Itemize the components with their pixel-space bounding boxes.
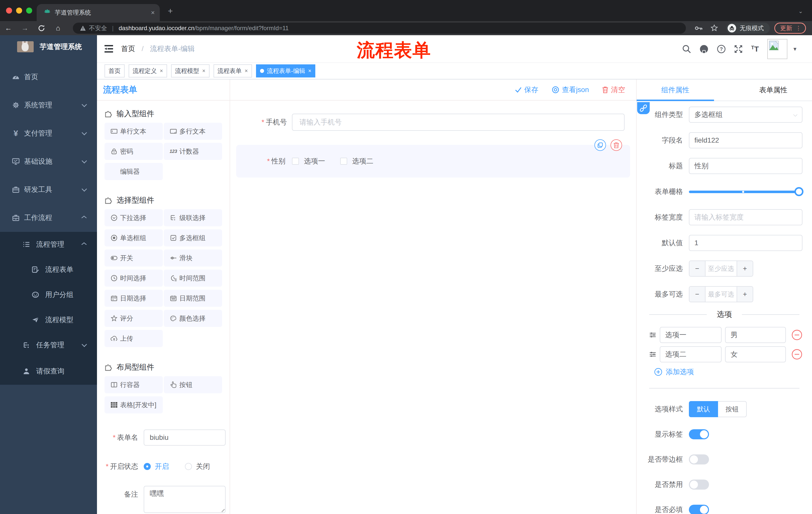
component-upload[interactable]: 上传 [105, 330, 163, 347]
sidebar-item-payment[interactable]: ¥ 支付管理 ▼ [0, 119, 97, 147]
address-bar[interactable]: 不安全 | dashboard.yudao.iocoder.cn/bpm/man… [73, 23, 686, 34]
style-default-button[interactable]: 默认 [689, 401, 718, 417]
close-window-button[interactable] [6, 7, 12, 13]
sidebar-item-process-mgmt[interactable]: 流程管理 ▼ [0, 232, 97, 257]
sidebar-item-leave-query[interactable]: 请假查询 [0, 358, 97, 385]
drag-handle-icon[interactable] [649, 332, 656, 338]
sidebar-item-process-form[interactable]: 流程表单 [0, 257, 97, 282]
tag-close-icon[interactable]: × [202, 67, 205, 74]
traffic-lights[interactable] [6, 7, 32, 13]
bookmark-star-icon[interactable] [710, 24, 718, 32]
resize-grip[interactable] [219, 507, 225, 513]
grid-slider[interactable] [689, 184, 803, 200]
title-input[interactable]: 性别 [689, 158, 803, 174]
sidebar-item-task-mgmt[interactable]: 任务管理 ▼ [0, 332, 97, 358]
tag-process-model[interactable]: 流程模型× [171, 64, 209, 77]
phone-input[interactable]: 请输入手机号 [292, 114, 625, 131]
component-date-range[interactable]: 日期范围 [164, 290, 222, 307]
phone-field[interactable]: *手机号 请输入手机号 [230, 114, 625, 131]
tag-process-def[interactable]: 流程定义× [128, 64, 167, 77]
remove-option-button[interactable] [791, 329, 803, 341]
tag-close-icon[interactable]: × [245, 67, 248, 74]
component-checkbox-group[interactable]: 多选框组 [164, 229, 222, 246]
plus-button[interactable]: + [737, 261, 753, 276]
component-slider[interactable]: 滑块 [164, 249, 222, 267]
sidebar-item-user-group[interactable]: 用户分组 [0, 282, 97, 307]
sidebar-item-system[interactable]: 系统管理 ▼ [0, 91, 97, 119]
add-option-button[interactable]: 添加选项 [654, 366, 803, 378]
sidebar-item-home[interactable]: 首页 [0, 63, 97, 91]
remove-option-button[interactable] [791, 349, 803, 360]
new-tab-button[interactable]: + [168, 6, 173, 15]
save-button[interactable]: 保存 [515, 85, 539, 94]
min-stepper[interactable]: −至少应选+ [689, 261, 753, 277]
component-table[interactable]: 表格[开发中] [105, 396, 163, 413]
update-button[interactable]: 更新 ⋮ [774, 23, 806, 34]
tag-process-form[interactable]: 流程表单× [213, 64, 252, 77]
sidebar-item-process-model[interactable]: 流程模型 [0, 307, 97, 332]
forward-icon[interactable]: → [17, 24, 33, 32]
gender-option2-checkbox[interactable]: 选项二 [340, 156, 373, 166]
disabled-switch[interactable] [689, 480, 709, 490]
breadcrumb-home[interactable]: 首页 [121, 45, 135, 53]
style-button-button[interactable]: 按钮 [718, 401, 747, 417]
browser-tab[interactable]: 芋道管理系统 × [37, 4, 160, 21]
component-time-picker[interactable]: 时间选择 [105, 270, 163, 287]
fullscreen-icon[interactable] [734, 45, 743, 53]
component-cascader[interactable]: 级联选择 [164, 209, 222, 226]
tag-close-icon[interactable]: × [160, 67, 163, 74]
component-single-text[interactable]: 单行文本 [105, 123, 163, 140]
view-json-button[interactable]: 查看json [551, 85, 589, 94]
drag-handle-icon[interactable] [649, 351, 656, 357]
security-label[interactable]: 不安全 [89, 24, 107, 32]
copy-field-button[interactable] [594, 139, 606, 151]
font-size-icon[interactable]: TT [751, 45, 759, 53]
default-value-input[interactable]: 1 [689, 235, 803, 251]
browser-menu-icon[interactable]: ⋮ [796, 26, 801, 31]
component-select[interactable]: 下拉选择 [105, 209, 163, 226]
tab-component-props[interactable]: 组件属性 [661, 79, 689, 101]
status-radio-off[interactable]: 关闭 [185, 462, 210, 471]
password-key-icon[interactable] [695, 26, 702, 30]
plus-button[interactable]: + [737, 287, 753, 302]
component-row-container[interactable]: 行容器 [105, 376, 163, 393]
sidebar-item-workflow[interactable]: 工作流程 ▼ [0, 204, 97, 232]
reload-icon[interactable] [33, 25, 50, 32]
sidebar-item-devtools[interactable]: 研发工具 ▼ [0, 175, 97, 204]
max-stepper[interactable]: −最多可选+ [689, 286, 753, 302]
component-time-range[interactable]: 时间范围 [164, 270, 222, 287]
tag-home[interactable]: 首页 [105, 64, 125, 77]
help-icon[interactable]: ? [717, 45, 726, 53]
home-icon[interactable]: ⌂ [50, 24, 66, 32]
label-width-input[interactable]: 请输入标签宽度 [689, 209, 803, 225]
minus-button[interactable]: − [689, 261, 705, 276]
border-switch[interactable] [689, 454, 709, 464]
option-value-input[interactable]: 男 [725, 327, 786, 343]
github-icon[interactable] [699, 45, 708, 53]
tag-close-icon[interactable]: × [308, 67, 312, 74]
show-label-switch[interactable] [689, 429, 709, 439]
minus-button[interactable]: − [689, 287, 705, 302]
component-multi-text[interactable]: 多行文本 [164, 123, 222, 140]
url-path[interactable]: /bpm/manager/form/edit?formId=11 [195, 25, 289, 32]
form-name-input[interactable]: biubiu [144, 430, 226, 445]
slider-handle[interactable] [794, 187, 804, 196]
tag-process-form-edit[interactable]: 流程表单-编辑× [256, 64, 316, 77]
avatar[interactable] [767, 39, 787, 59]
sidebar-item-infra[interactable]: 基础设施 ▼ [0, 147, 97, 175]
component-rate[interactable]: 评分 [105, 310, 163, 327]
delete-field-button[interactable] [610, 139, 622, 151]
form-remark-textarea[interactable]: 嘿嘿 [144, 486, 226, 513]
maximize-window-button[interactable] [26, 7, 32, 13]
option-label-input[interactable]: 选项一 [660, 327, 722, 343]
option-value-input[interactable]: 女 [725, 346, 786, 362]
data-binding-button[interactable] [637, 102, 650, 114]
component-editor[interactable]: 编辑器 [105, 163, 163, 180]
tab-form-props[interactable]: 表单属性 [759, 79, 787, 101]
component-color-picker[interactable]: 颜色选择 [164, 310, 222, 327]
minimize-window-button[interactable] [16, 7, 22, 13]
gender-option1-checkbox[interactable]: 选项一 [292, 156, 325, 166]
component-counter[interactable]: 123计数器 [164, 143, 222, 160]
status-radio-on[interactable]: 开启 [144, 462, 169, 471]
required-switch[interactable] [689, 505, 709, 514]
